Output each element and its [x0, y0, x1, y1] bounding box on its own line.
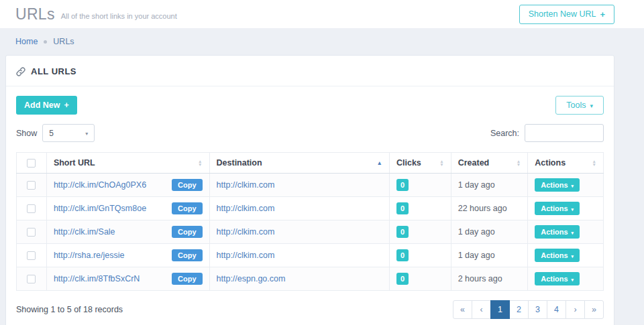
- actions-button[interactable]: Actions ▾: [535, 202, 580, 215]
- show-entries-select[interactable]: 5 ▾: [42, 124, 95, 142]
- show-label: Show: [16, 129, 37, 138]
- controls-row: Show 5 ▾ Search:: [16, 124, 604, 142]
- top-header-bar: URLs All of the short links in your acco…: [0, 0, 644, 28]
- tools-button[interactable]: Tools ▾: [555, 96, 604, 115]
- panel-title: ALL URLS: [31, 66, 76, 76]
- sort-icon: ▲▼: [592, 159, 596, 166]
- row-checkbox[interactable]: [27, 181, 36, 190]
- short-url-link[interactable]: http://clk.im/Sale: [54, 227, 115, 237]
- pagination-page-1[interactable]: 1: [490, 300, 510, 319]
- chevron-down-icon: ▾: [85, 131, 88, 137]
- short-url-link[interactable]: http://clk.im/ChOAg0PX6: [54, 180, 146, 190]
- copy-button[interactable]: Copy: [172, 179, 203, 191]
- clicks-badge: 0: [396, 202, 409, 214]
- breadcrumb: Home URLs: [0, 28, 644, 55]
- chevron-down-icon: ▾: [572, 277, 574, 282]
- pagination-page-2[interactable]: 2: [509, 300, 529, 319]
- page-subtitle: All of the short links in your account: [61, 12, 177, 20]
- search-input[interactable]: [525, 124, 604, 142]
- table-row: http://clk.im/ChOAg0PX6 Copy http://clki…: [17, 174, 604, 197]
- breadcrumb-home-link[interactable]: Home: [15, 37, 38, 46]
- clicks-badge: 0: [396, 226, 409, 238]
- sort-ascending-icon: ▲: [377, 160, 382, 166]
- destination-link[interactable]: http://clkim.com: [217, 204, 275, 213]
- all-urls-panel: ALL URLS Add New + Tools ▾ Show 5 ▾: [5, 55, 614, 325]
- copy-button[interactable]: Copy: [172, 202, 203, 214]
- sort-icon: ▲▼: [439, 159, 443, 166]
- column-header-actions[interactable]: Actions ▲▼: [528, 153, 604, 174]
- pagination-first-button[interactable]: «: [453, 300, 472, 319]
- records-summary: Showing 1 to 5 of 18 records: [16, 305, 123, 314]
- shorten-new-url-label: Shorten New URL: [529, 9, 596, 19]
- pagination-next-button[interactable]: ›: [566, 300, 585, 319]
- row-checkbox[interactable]: [27, 251, 36, 260]
- column-header-destination[interactable]: Destination ▲: [209, 153, 389, 174]
- column-header-created[interactable]: Created ▲▼: [451, 153, 528, 174]
- add-new-label: Add New: [24, 101, 60, 110]
- created-text: 1 day ago: [458, 227, 495, 237]
- created-text: 1 day ago: [458, 180, 495, 190]
- row-checkbox[interactable]: [27, 228, 36, 237]
- table-row: http://rsha.re/jessie Copy http://clkim.…: [17, 244, 604, 267]
- add-new-button[interactable]: Add New +: [16, 96, 77, 115]
- chevron-down-icon: ▾: [590, 103, 593, 109]
- table-row: http://clk.im/8TfbSxCrN Copy http://espn…: [17, 267, 604, 291]
- page-title: URLs: [15, 5, 55, 23]
- breadcrumb-separator-dot: [44, 40, 47, 44]
- destination-link[interactable]: http://clkim.com: [217, 180, 275, 190]
- pagination-page-4[interactable]: 4: [547, 300, 566, 319]
- actions-button[interactable]: Actions ▾: [535, 249, 580, 262]
- pagination-prev-button[interactable]: ‹: [472, 300, 491, 319]
- chevron-down-icon: ▾: [572, 231, 574, 235]
- clicks-badge: 0: [396, 179, 409, 191]
- panel-body: Add New + Tools ▾ Show 5 ▾ Search:: [6, 86, 614, 325]
- search-label: Search:: [490, 129, 519, 138]
- search-control: Search:: [490, 124, 604, 142]
- sort-icon: ▲▼: [198, 159, 202, 166]
- toolbar-row: Add New + Tools ▾: [16, 96, 604, 115]
- select-all-checkbox[interactable]: [27, 159, 36, 168]
- clicks-badge: 0: [396, 249, 409, 261]
- row-checkbox[interactable]: [27, 275, 36, 283]
- created-text: 1 day ago: [458, 251, 495, 260]
- sort-icon: ▲▼: [517, 159, 521, 166]
- pagination: « ‹ 1 2 3 4 › »: [453, 300, 604, 319]
- short-url-link[interactable]: http://clk.im/GnTQsm8oe: [54, 204, 146, 213]
- table-header-row: Short URL ▲▼ Destination ▲ Clicks: [17, 153, 604, 174]
- actions-button[interactable]: Actions ▾: [535, 178, 580, 192]
- link-icon: [16, 67, 25, 76]
- urls-table: Short URL ▲▼ Destination ▲ Clicks: [16, 152, 604, 291]
- table-row: http://clk.im/GnTQsm8oe Copy http://clki…: [17, 197, 604, 220]
- plus-icon: +: [64, 101, 68, 110]
- destination-link[interactable]: http://clkim.com: [217, 251, 275, 260]
- shorten-new-url-button[interactable]: Shorten New URL +: [519, 5, 614, 24]
- actions-button[interactable]: Actions ▾: [535, 272, 580, 285]
- column-header-short-url[interactable]: Short URL ▲▼: [46, 153, 209, 174]
- clicks-badge: 0: [396, 273, 409, 285]
- chevron-down-icon: ▾: [572, 184, 574, 188]
- breadcrumb-current: URLs: [53, 37, 74, 46]
- actions-button[interactable]: Actions ▾: [535, 225, 580, 239]
- copy-button[interactable]: Copy: [172, 249, 203, 261]
- created-text: 22 hours ago: [458, 204, 507, 213]
- column-header-clicks[interactable]: Clicks ▲▼: [389, 153, 451, 174]
- short-url-link[interactable]: http://rsha.re/jessie: [54, 251, 125, 260]
- tools-label: Tools: [566, 101, 586, 110]
- plus-icon: +: [600, 9, 605, 19]
- table-row: http://clk.im/Sale Copy http://clkim.com…: [17, 220, 604, 244]
- select-all-header: [17, 153, 47, 174]
- created-text: 2 hours ago: [458, 274, 502, 283]
- destination-link[interactable]: http://espn.go.com: [217, 274, 286, 283]
- chevron-down-icon: ▾: [572, 207, 574, 212]
- short-url-link[interactable]: http://clk.im/8TfbSxCrN: [54, 274, 140, 283]
- show-entries-value: 5: [49, 129, 54, 138]
- chevron-down-icon: ▾: [572, 254, 574, 259]
- copy-button[interactable]: Copy: [172, 273, 203, 285]
- panel-header: ALL URLS: [6, 56, 614, 86]
- pagination-page-3[interactable]: 3: [528, 300, 547, 319]
- pagination-last-button[interactable]: »: [584, 300, 604, 319]
- destination-link[interactable]: http://clkim.com: [217, 227, 275, 237]
- show-entries-control: Show 5 ▾: [16, 124, 95, 142]
- copy-button[interactable]: Copy: [172, 226, 203, 238]
- row-checkbox[interactable]: [27, 204, 36, 213]
